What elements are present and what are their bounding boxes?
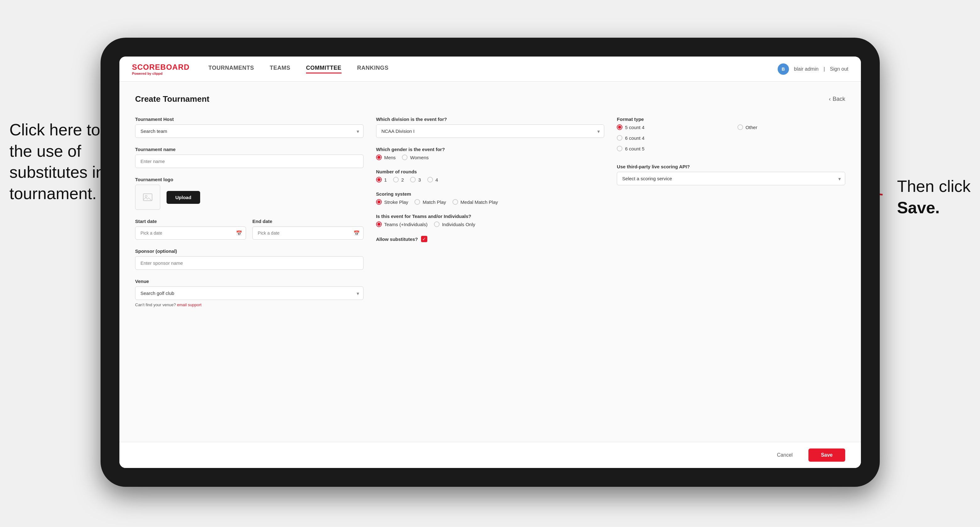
tournament-host-select[interactable]: Search team — [135, 124, 364, 138]
page-title: Create Tournament — [135, 94, 209, 104]
format-label: Format type — [617, 116, 845, 122]
rounds-2-radio[interactable] — [393, 177, 399, 183]
individuals-only[interactable]: Individuals Only — [434, 221, 476, 227]
format-5count4[interactable]: 5 count 4 — [617, 124, 725, 130]
back-button[interactable]: ‹ Back — [829, 96, 845, 102]
nav-teams[interactable]: TEAMS — [270, 65, 291, 73]
instruction-right: Then click Save. — [897, 176, 970, 218]
upload-button[interactable]: Upload — [167, 191, 200, 204]
logo-placeholder — [135, 185, 160, 210]
format-group: Format type 5 count 4 Other — [617, 116, 845, 151]
gender-womens-label: Womens — [410, 155, 429, 160]
format-6count5-radio[interactable] — [617, 146, 622, 151]
format-5count4-radio[interactable] — [617, 124, 622, 130]
tournament-host-group: Tournament Host Search team — [135, 116, 364, 138]
division-select-wrapper: NCAA Division I — [376, 124, 605, 138]
scoring-label: Scoring system — [376, 191, 605, 197]
format-spacer — [737, 134, 845, 142]
format-6count4[interactable]: 6 count 4 — [617, 134, 725, 142]
teams-plus-individuals[interactable]: Teams (+Individuals) — [376, 221, 428, 227]
gender-mens-radio[interactable] — [376, 154, 382, 160]
tournament-host-label: Tournament Host — [135, 116, 364, 122]
start-date-input[interactable] — [135, 227, 246, 240]
substitutes-checkbox-group: Allow substitutes? ✓ — [376, 236, 605, 242]
venue-select[interactable]: Search golf club — [135, 286, 364, 300]
individuals-only-radio[interactable] — [434, 221, 439, 227]
start-date-icon: 📅 — [236, 230, 242, 236]
rounds-2[interactable]: 2 — [393, 177, 404, 183]
rounds-group: Number of rounds 1 2 — [376, 169, 605, 183]
date-group: Start date 📅 End date 📅 — [135, 219, 364, 240]
logo-powered: Powered by clippd — [132, 71, 189, 75]
rounds-3-radio[interactable] — [410, 177, 416, 183]
sponsor-input[interactable] — [135, 256, 364, 270]
end-date-group: End date 📅 — [252, 219, 363, 240]
gender-group: Which gender is the event for? Mens Wome… — [376, 147, 605, 160]
division-label: Which division is the event for? — [376, 116, 605, 122]
venue-note: Can't find your venue? email support — [135, 302, 364, 307]
tournament-name-input[interactable] — [135, 154, 364, 168]
logo-area: SCOREBOARD Powered by clippd — [132, 63, 189, 75]
save-button[interactable]: Save — [808, 449, 845, 462]
substitutes-label: Allow substitutes? — [376, 237, 418, 242]
substitutes-checkbox[interactable]: ✓ — [421, 236, 427, 242]
rounds-4-radio[interactable] — [427, 177, 433, 183]
nav-rankings[interactable]: RANKINGS — [357, 65, 389, 73]
format-other-radio[interactable] — [737, 124, 743, 130]
venue-label: Venue — [135, 279, 364, 284]
teams-plus-radio[interactable] — [376, 221, 382, 227]
rounds-4[interactable]: 4 — [427, 177, 438, 183]
format-6count4-radio[interactable] — [617, 135, 622, 141]
format-6count5[interactable]: 6 count 5 — [617, 146, 725, 151]
sponsor-group: Sponsor (optional) — [135, 248, 364, 270]
sign-out-link[interactable]: Sign out — [830, 66, 848, 72]
form-col3: Format type 5 count 4 Other — [617, 116, 845, 316]
division-select[interactable]: NCAA Division I — [376, 124, 605, 138]
start-date-label: Start date — [135, 219, 246, 224]
form-col2: Which division is the event for? NCAA Di… — [376, 116, 605, 316]
substitutes-group: Allow substitutes? ✓ — [376, 236, 605, 242]
gender-womens-radio[interactable] — [402, 154, 407, 160]
scoring-match[interactable]: Match Play — [414, 199, 446, 205]
scoring-match-radio[interactable] — [414, 199, 420, 205]
teams-label: Is this event for Teams and/or Individua… — [376, 214, 605, 219]
teams-group: Is this event for Teams and/or Individua… — [376, 214, 605, 227]
rounds-3[interactable]: 3 — [410, 177, 421, 183]
scoring-medal-radio[interactable] — [452, 199, 458, 205]
tablet-screen: SCOREBOARD Powered by clippd TOURNAMENTS… — [119, 57, 861, 468]
email-support-link[interactable]: email support — [177, 302, 201, 307]
scoring-medal-match[interactable]: Medal Match Play — [452, 199, 498, 205]
gender-label: Which gender is the event for? — [376, 147, 605, 152]
rounds-1-radio[interactable] — [376, 177, 382, 183]
main-content: Create Tournament ‹ Back Tournament Host… — [119, 82, 861, 442]
scoring-stroke-radio[interactable] — [376, 199, 382, 205]
gender-mens[interactable]: Mens — [376, 154, 396, 160]
logo-scoreboard: SCOREBOARD — [132, 63, 189, 71]
start-date-wrapper: 📅 — [135, 227, 246, 240]
scoring-stroke[interactable]: Stroke Play — [376, 199, 409, 205]
division-group: Which division is the event for? NCAA Di… — [376, 116, 605, 138]
rounds-radio-group: 1 2 3 4 — [376, 177, 605, 183]
tournament-logo-group: Tournament logo Upload — [135, 177, 364, 210]
svg-point-3 — [145, 195, 147, 197]
end-date-input[interactable] — [252, 227, 363, 240]
scoring-api-select-wrapper: Select a scoring service — [617, 172, 845, 185]
navbar: SCOREBOARD Powered by clippd TOURNAMENTS… — [119, 57, 861, 82]
scoring-api-select[interactable]: Select a scoring service — [617, 172, 845, 185]
nav-committee[interactable]: COMMITTEE — [306, 65, 342, 73]
logo-upload-area: Upload — [135, 185, 364, 210]
end-date-wrapper: 📅 — [252, 227, 363, 240]
tournament-name-label: Tournament name — [135, 147, 364, 152]
start-date-group: Start date 📅 — [135, 219, 246, 240]
nav-right: B blair admin | Sign out — [778, 63, 848, 75]
rounds-label: Number of rounds — [376, 169, 605, 174]
nav-tournaments[interactable]: TOURNAMENTS — [208, 65, 254, 73]
scoring-group: Scoring system Stroke Play Match Play — [376, 191, 605, 205]
gender-womens[interactable]: Womens — [402, 154, 429, 160]
tablet-device: SCOREBOARD Powered by clippd TOURNAMENTS… — [100, 38, 880, 487]
rounds-1[interactable]: 1 — [376, 177, 387, 183]
cancel-button[interactable]: Cancel — [768, 449, 802, 462]
form-col1: Tournament Host Search team Tournament n… — [135, 116, 364, 316]
format-other[interactable]: Other — [737, 124, 845, 130]
end-date-icon: 📅 — [353, 230, 360, 236]
